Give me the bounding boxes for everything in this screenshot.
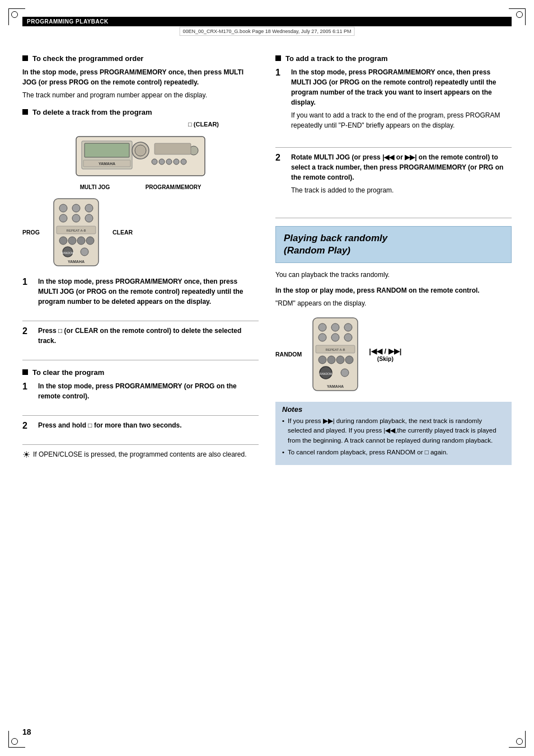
svg-point-35 <box>318 334 326 341</box>
corner-circle-tr <box>516 11 523 18</box>
section-header-text: PROGRAMMING PLAYBACK <box>27 18 109 25</box>
svg-point-36 <box>331 334 339 341</box>
add-step-2: 2 Rotate MULTI JOG (or press |◀◀ or ▶▶| … <box>275 152 512 206</box>
check-order-instruction: In the stop mode, press PROGRAM/MEMORY o… <box>22 67 259 87</box>
label-clear-right: CLEAR <box>113 229 133 236</box>
svg-point-40 <box>318 356 326 364</box>
clear-heading: To clear the program <box>32 368 104 377</box>
label-random: RANDOM <box>275 351 302 358</box>
delete-heading: To delete a track from the program <box>32 108 152 116</box>
svg-point-9 <box>166 159 172 165</box>
random-play-instruction: In the stop or play mode, press RANDOM o… <box>275 285 512 295</box>
step-num-2: 2 <box>22 326 34 349</box>
svg-point-17 <box>85 204 93 212</box>
svg-point-8 <box>159 159 165 165</box>
bullet-delete <box>22 109 28 115</box>
svg-point-25 <box>77 237 85 245</box>
label-skip: |◀◀ / ▶▶| (Skip) <box>369 347 401 362</box>
add-step-num-2: 2 <box>275 152 287 201</box>
section-header-bar: PROGRAMMING PLAYBACK <box>22 17 512 26</box>
clear-note-text: If OPEN/CLOSE is pressed, the programmed… <box>33 449 247 459</box>
svg-point-20 <box>85 214 93 222</box>
clear-step2-text: Press and hold □ for more than two secon… <box>38 420 259 430</box>
check-order-section: To check the programmed order In the sto… <box>22 54 259 100</box>
random-play-intro: You can playback the tracks randomly. <box>275 270 512 280</box>
svg-point-33 <box>331 323 339 331</box>
svg-point-46 <box>341 369 349 377</box>
svg-text:REPEAT A-B: REPEAT A-B <box>326 348 345 351</box>
svg-text:REPEAT A-B: REPEAT A-B <box>67 229 86 232</box>
add-step2-normal: The track is added to the program. <box>291 185 512 195</box>
random-play-title: Playing back randomly (Random Play) <box>284 232 503 257</box>
svg-point-43 <box>345 356 353 364</box>
notes-title: Notes <box>282 405 505 414</box>
svg-point-37 <box>344 334 352 341</box>
delete-step-1: 1 In the stop mode, press PROGRAM/MEMORY… <box>22 276 259 315</box>
notes-item-1: If you press ▶▶| during random playback,… <box>282 416 505 445</box>
remote-svg: REPEAT A-B RANDOM YAMAHA <box>51 196 101 269</box>
svg-point-10 <box>174 159 179 165</box>
random-play-box: Playing back randomly (Random Play) <box>275 226 512 263</box>
clear-program-section: To clear the program 1 In the stop mode,… <box>22 368 259 460</box>
add-track-heading: To add a track to the program <box>285 54 388 63</box>
check-order-desc: The track number and program number appe… <box>22 90 259 100</box>
delete-step-2: 2 Press □ (or CLEAR on the remote contro… <box>22 326 259 354</box>
clear-step-1: 1 In the stop mode, press PROGRAM/MEMORY… <box>22 381 259 410</box>
clear-note: ☀ If OPEN/CLOSE is pressed, the programm… <box>22 449 259 460</box>
random-diagram: RANDOM REPEAT A-B <box>275 315 512 393</box>
add-step-num-1: 1 <box>275 67 287 136</box>
svg-point-6 <box>135 145 146 156</box>
notes-item-2: To cancel random playback, press RANDOM … <box>282 448 505 457</box>
notes-box: Notes If you press ▶▶| during random pla… <box>275 402 512 465</box>
random-play-rdm: "RDM" appears on the display. <box>275 298 512 308</box>
svg-point-15 <box>59 204 67 212</box>
bullet-clear <box>22 369 28 375</box>
svg-point-41 <box>327 356 335 364</box>
delete-track-section: To delete a track from the program □ (CL… <box>22 108 259 269</box>
add-step1-bold: In the stop mode, press PROGRAM/MEMORY o… <box>291 67 512 107</box>
add-track-section: To add a track to the program 1 In the s… <box>275 54 512 218</box>
right-column: To add a track to the program 1 In the s… <box>275 54 512 468</box>
corner-circle-br <box>516 738 523 745</box>
svg-point-19 <box>72 214 80 222</box>
bullet-check-order <box>22 55 28 61</box>
clear-step-num-1: 1 <box>22 381 34 404</box>
label-multi-jog: MULTI JOG <box>80 184 110 190</box>
label-clear-top: □ (CLEAR) <box>188 121 219 128</box>
svg-point-23 <box>59 237 67 245</box>
svg-text:RANDOM: RANDOM <box>62 251 74 255</box>
cdplayer-svg: YAMAHA <box>73 131 208 181</box>
delete-step1-text: In the stop mode, press PROGRAM/MEMORY o… <box>38 276 259 307</box>
svg-text:RANDOM: RANDOM <box>320 372 332 375</box>
svg-point-26 <box>86 237 94 245</box>
svg-point-16 <box>72 204 80 212</box>
file-info: 00EN_00_CRX-M170_G.book Page 18 Wednesda… <box>180 27 355 36</box>
svg-text:YAMAHA: YAMAHA <box>99 162 115 166</box>
sun-icon: ☀ <box>22 449 30 460</box>
check-order-heading: To check the programmed order <box>32 54 143 63</box>
add-step2-bold: Rotate MULTI JOG (or press |◀◀ or ▶▶| on… <box>291 152 512 182</box>
left-column: To check the programmed order In the sto… <box>22 54 259 468</box>
add-step-1: 1 In the stop mode, press PROGRAM/MEMORY… <box>275 67 512 142</box>
delete-steps-section: 1 In the stop mode, press PROGRAM/MEMORY… <box>22 276 259 360</box>
svg-point-7 <box>152 159 157 165</box>
clear-step-num-2: 2 <box>22 420 34 433</box>
svg-text:YAMAHA: YAMAHA <box>327 384 344 388</box>
page-number: 18 <box>22 727 31 736</box>
svg-point-34 <box>344 323 352 331</box>
svg-rect-2 <box>85 143 129 157</box>
svg-rect-13 <box>154 143 191 154</box>
svg-text:YAMAHA: YAMAHA <box>68 260 85 264</box>
add-step1-normal: If you want to add a track to the end of… <box>291 110 512 130</box>
bullet-add-track <box>275 55 281 61</box>
svg-point-24 <box>68 237 76 245</box>
remote-random-svg: REPEAT A-B RANDOM YAMAHA <box>310 315 360 393</box>
label-prog: PROG <box>22 229 40 236</box>
clear-step1-text: In the stop mode, press PROGRAM/MEMORY (… <box>38 381 259 401</box>
step-num-1: 1 <box>22 276 34 309</box>
svg-point-32 <box>318 323 326 331</box>
corner-circle-bl <box>11 738 18 745</box>
delete-step2-text: Press □ (or CLEAR on the remote control)… <box>38 326 259 346</box>
label-program-memory: PROGRAM/MEMORY <box>146 184 202 190</box>
svg-point-11 <box>181 159 186 165</box>
